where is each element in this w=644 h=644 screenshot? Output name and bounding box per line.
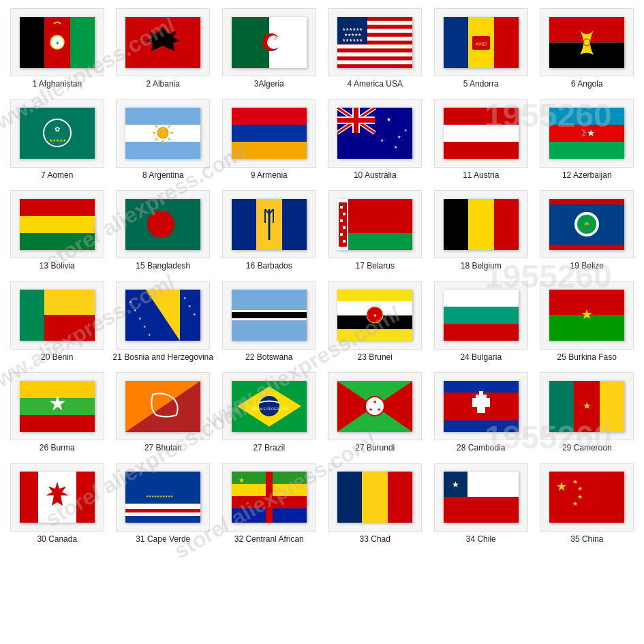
svg-rect-119 bbox=[232, 312, 307, 318]
flag-label: 2 Albania bbox=[147, 79, 180, 90]
svg-rect-67 bbox=[444, 142, 519, 159]
flag-label: 27 Bhutan bbox=[144, 443, 182, 454]
svg-rect-94 bbox=[343, 240, 346, 243]
flag-box bbox=[10, 190, 104, 258]
svg-text:★: ★ bbox=[48, 392, 66, 414]
svg-text:★: ★ bbox=[581, 307, 593, 322]
svg-rect-133 bbox=[20, 415, 95, 432]
svg-rect-68 bbox=[549, 108, 624, 125]
flag-label: 5 Andorra bbox=[463, 79, 499, 90]
flag-item: 6 Angola bbox=[536, 5, 639, 94]
flag-item: 27 Bhutan bbox=[112, 369, 215, 458]
svg-rect-66 bbox=[444, 125, 519, 142]
flag-item: 22 Botswana bbox=[217, 279, 321, 367]
svg-rect-171 bbox=[362, 472, 388, 523]
svg-rect-17 bbox=[337, 56, 412, 60]
svg-text:☽★: ☽★ bbox=[578, 127, 596, 138]
svg-text:✿: ✿ bbox=[55, 125, 60, 133]
svg-rect-154 bbox=[600, 381, 624, 432]
flag-box: ☽ bbox=[222, 8, 316, 76]
flag-label: 21 Bosnia and Herzegovina bbox=[113, 352, 213, 363]
flag-box: ★ ★ ★ ★ ★ bbox=[328, 99, 422, 168]
flag-label: 32 Centranl African bbox=[234, 534, 304, 545]
svg-rect-48 bbox=[232, 125, 307, 142]
svg-rect-79 bbox=[282, 199, 307, 250]
svg-text:ORDEM E PROGRESSO: ORDEM E PROGRESSO bbox=[249, 407, 288, 411]
flag-item: 15 Bangladesh bbox=[112, 187, 215, 276]
flag-label: 17 Belarus bbox=[356, 261, 395, 272]
svg-text:★: ★ bbox=[373, 399, 377, 404]
flag-item: ★ 26 Burma bbox=[5, 369, 109, 458]
svg-rect-170 bbox=[337, 472, 362, 523]
flag-item: ✿ ★★★★★ 7 Aomen bbox=[5, 97, 109, 185]
flag-item: 20 Benin bbox=[5, 279, 109, 367]
svg-rect-1 bbox=[20, 17, 44, 68]
svg-rect-158 bbox=[76, 472, 95, 523]
flag-label: 26 Burma bbox=[40, 443, 75, 454]
flag-item: 28 Cambodia bbox=[429, 369, 533, 458]
flag-label: 15 Bangladesh bbox=[136, 261, 190, 272]
flag-label: 20 Benin bbox=[41, 352, 73, 363]
svg-rect-89 bbox=[340, 206, 343, 209]
flag-item: 16 Barbados bbox=[217, 187, 321, 276]
svg-rect-23 bbox=[444, 17, 468, 68]
flag-box bbox=[116, 8, 210, 76]
svg-rect-126 bbox=[444, 307, 519, 324]
flag-box: ✿ ★★★★★ bbox=[10, 99, 104, 168]
svg-point-139 bbox=[259, 396, 279, 416]
flag-box bbox=[540, 8, 634, 76]
flag-box bbox=[10, 463, 104, 532]
flag-item: ★ ★ ★ ★ ★ 10 Australia bbox=[324, 97, 427, 185]
flag-item: 🌳 19 Belize bbox=[536, 187, 639, 276]
svg-text:★: ★ bbox=[451, 480, 459, 489]
flag-grid: ✦ 1 Afghanistan 2 Albania ☽ bbox=[0, 0, 644, 555]
svg-text:★: ★ bbox=[386, 117, 391, 123]
flag-label: 25 Burkina Faso bbox=[557, 352, 617, 363]
svg-rect-127 bbox=[444, 324, 519, 341]
flag-box: ✦ bbox=[10, 8, 104, 76]
svg-rect-161 bbox=[125, 509, 200, 512]
svg-rect-150 bbox=[472, 407, 477, 413]
svg-rect-100 bbox=[549, 245, 624, 250]
flag-box bbox=[10, 281, 104, 350]
svg-rect-74 bbox=[20, 233, 95, 250]
svg-rect-125 bbox=[444, 290, 519, 307]
flag-label: 34 Chile bbox=[466, 534, 496, 545]
flag-label: 35 China bbox=[570, 534, 603, 545]
svg-text:★: ★ bbox=[577, 493, 583, 500]
flag-label: 27 Burundi bbox=[355, 443, 395, 454]
flag-label: 23 Brunei bbox=[358, 352, 393, 363]
svg-text:★: ★ bbox=[394, 145, 397, 149]
flag-item: 9 Armenia bbox=[217, 97, 321, 185]
svg-rect-18 bbox=[337, 64, 412, 68]
svg-rect-35 bbox=[125, 108, 200, 125]
flag-item: 30 Canada bbox=[5, 461, 109, 549]
flag-label: 8 Argentina bbox=[142, 170, 184, 181]
svg-rect-172 bbox=[388, 472, 412, 523]
flag-box bbox=[222, 99, 316, 168]
svg-rect-174 bbox=[444, 497, 519, 523]
flag-box: ✦ bbox=[328, 281, 422, 350]
svg-text:★★★★★★★★★★: ★★★★★★★★★★ bbox=[146, 494, 174, 498]
flag-label: 3Algeria bbox=[254, 79, 284, 90]
flag-box: ★ ★ ★ ★ ★ ★ ★ ★ bbox=[116, 281, 210, 350]
flag-box: ★ bbox=[222, 463, 316, 532]
svg-rect-168 bbox=[266, 472, 273, 523]
flag-box: AND bbox=[434, 8, 528, 76]
flag-label: 4 America USA bbox=[348, 79, 403, 90]
svg-rect-90 bbox=[343, 213, 346, 215]
flag-label: 28 Cambodia bbox=[457, 443, 505, 454]
svg-rect-106 bbox=[44, 315, 95, 341]
flag-label: 22 Botswana bbox=[245, 352, 292, 363]
flag-item: ☽ 3Algeria bbox=[217, 5, 321, 94]
flag-item: ✦ 1 Afghanistan bbox=[5, 5, 109, 94]
flag-box: ☽★ bbox=[540, 99, 634, 168]
svg-text:★: ★ bbox=[583, 400, 592, 411]
flag-item: ★★★★★★ ★★★★★ ★★★★★★ 4 America USA bbox=[324, 5, 427, 94]
flag-item: ☽★ 12 Azerbaijan bbox=[536, 97, 639, 185]
svg-rect-91 bbox=[340, 219, 343, 222]
svg-text:AND: AND bbox=[475, 41, 487, 47]
flag-box: ORDEM E PROGRESSO bbox=[222, 372, 316, 440]
svg-rect-149 bbox=[479, 391, 483, 395]
flag-item: 17 Belarus bbox=[324, 187, 427, 276]
